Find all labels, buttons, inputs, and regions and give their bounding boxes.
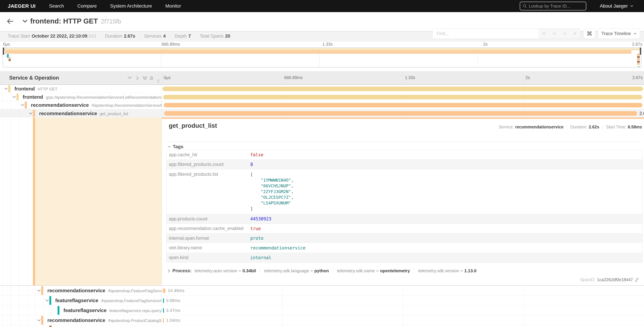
chevron-down-icon <box>634 32 636 34</box>
operation-name: featureflagservice.repo.query:fe… <box>109 308 162 313</box>
collapse-chevron-icon[interactable] <box>29 112 32 115</box>
collapse-chevron-icon[interactable] <box>37 319 41 322</box>
find-bar <box>432 28 580 39</box>
find-prev-chevron-up-icon[interactable] <box>552 31 557 36</box>
detail-tint-column <box>35 118 162 285</box>
indent-guide <box>2 306 2 315</box>
equals: = <box>238 268 241 274</box>
gridline <box>282 296 282 305</box>
span-duration-bar[interactable] <box>163 95 642 100</box>
command-icon: ⌘ <box>586 30 592 37</box>
equals: = <box>376 268 379 274</box>
span-duration-bar[interactable] <box>164 111 637 116</box>
tags-section-toggle[interactable]: Tags <box>168 144 183 150</box>
tag-value: 8 <box>250 160 642 169</box>
gridline <box>282 325 282 327</box>
back-arrow-button[interactable] <box>6 18 15 26</box>
about-jaeger-menu[interactable]: About Jaeger <box>600 0 633 12</box>
span-name-cell: frontendgrpc.hipstershop.RecommendationS… <box>0 93 162 101</box>
find-controls <box>538 28 580 38</box>
collapse-chevron-icon[interactable] <box>12 96 16 98</box>
divider <box>332 268 333 274</box>
span-duration-label: 2.62s <box>640 111 644 116</box>
span-row-partial[interactable] <box>0 325 644 327</box>
operation-name: /hipstershop.ProductCatalogSer… <box>108 318 162 323</box>
span-duration-bar[interactable] <box>162 86 643 91</box>
nav-compare[interactable]: Compare <box>78 3 97 9</box>
minimap-span-bar <box>638 66 640 67</box>
nav-search[interactable]: Search <box>49 3 64 9</box>
trace-id-lookup-input[interactable] <box>529 4 582 9</box>
copy-link-icon[interactable] <box>634 278 639 282</box>
span-duration-label: 3.47ms <box>166 308 180 313</box>
collapse-chevron-icon[interactable] <box>45 299 49 302</box>
operation-name: /hipstershop.FeatureFlagService/Ge… <box>101 298 162 303</box>
focus-target-icon[interactable] <box>541 31 547 36</box>
span-row[interactable]: frontendHTTP GET <box>0 85 644 93</box>
divider <box>602 125 603 129</box>
span-row[interactable]: recommendationservice/hipstershop.Produc… <box>0 316 644 325</box>
operation-name: HTTP GET <box>38 87 58 91</box>
service-value: recommendationservice <box>515 124 564 130</box>
span-row[interactable]: frontendgrpc.hipstershop.RecommendationS… <box>0 93 644 101</box>
keyboard-shortcuts-button[interactable]: ⌘ <box>584 28 596 39</box>
collapse-all-double-chevron-down-icon[interactable] <box>142 76 148 80</box>
trace-view-selector[interactable]: Trace Timeline <box>598 28 640 39</box>
detail-top-accent-strip <box>162 118 644 119</box>
list-item: "2ZYFJ3GM2N", <box>250 189 294 194</box>
collapse-chevron-icon[interactable] <box>4 88 8 90</box>
expand-all-double-chevron-right-icon[interactable] <box>150 76 154 80</box>
find-input[interactable] <box>432 28 538 38</box>
service-name: recommendationservice <box>39 110 97 116</box>
tick-label: 2s <box>526 75 530 80</box>
expand-one-chevron-right-icon[interactable] <box>136 76 141 80</box>
indent-guide <box>2 101 2 109</box>
span-duration-bar[interactable] <box>163 298 164 303</box>
span-duration-bar[interactable] <box>163 318 164 323</box>
collapse-chevron-icon[interactable] <box>21 104 24 106</box>
gridline <box>282 286 282 296</box>
span-row[interactable]: featureflagservice/hipstershop.FeatureFl… <box>0 296 644 306</box>
jaeger-logo[interactable]: JAEGER UI <box>8 3 36 9</box>
indent-guide <box>35 286 36 296</box>
indent-guide <box>27 316 27 325</box>
minimap-right-drag-handle[interactable] <box>640 48 641 55</box>
trace-minimap[interactable] <box>3 48 641 67</box>
trace-id-lookup[interactable] <box>520 2 586 10</box>
indent-guide <box>10 93 11 101</box>
span-duration-bar[interactable] <box>164 103 642 108</box>
process-section-toggle[interactable]: Process: telemetry.auto.version = 0.34b0… <box>168 268 476 274</box>
service-name: frontend <box>23 94 43 100</box>
span-row-selected[interactable]: recommendationserviceget_product_list 2.… <box>0 109 644 118</box>
find-next-chevron-down-icon[interactable] <box>562 31 568 36</box>
tag-row: span.kind internal <box>166 253 642 262</box>
minimap-left-drag-handle[interactable] <box>3 48 4 55</box>
span-duration-bar[interactable] <box>163 288 166 293</box>
indent-guide <box>19 109 19 118</box>
service-name: frontend <box>14 86 35 92</box>
service-name: recommendationservice <box>31 102 89 108</box>
indent-guide <box>44 325 44 327</box>
indent-guide <box>2 118 2 285</box>
indent-guide <box>19 296 19 305</box>
timeline-header-row: Service & Operation 0μs 666.89ms 1.33s 2… <box>0 71 644 85</box>
collapse-chevron-icon[interactable] <box>37 290 41 292</box>
minimap-tick-labels: 0μs 666.89ms 1.33s 2s 2.67s <box>0 42 644 47</box>
process-value: 0.34b0 <box>242 268 256 274</box>
tag-value: 44530923 <box>250 214 642 224</box>
minimap-span-bar <box>637 58 640 60</box>
tag-row: otel.library.name recommendationservice <box>166 243 642 253</box>
find-clear-x-icon[interactable] <box>572 31 578 36</box>
collapse-trace-chevron-icon[interactable] <box>22 19 28 24</box>
indent-guide <box>10 316 11 325</box>
span-row[interactable]: featureflagservicefeatureflagservice.rep… <box>0 306 644 316</box>
nav-monitor[interactable]: Monitor <box>165 3 181 9</box>
span-duration-bar[interactable] <box>163 308 164 313</box>
column-grip-handle[interactable] <box>158 79 160 83</box>
collapse-one-chevron-down-icon[interactable] <box>127 76 132 80</box>
indent-guide <box>2 296 2 305</box>
nav-system-architecture[interactable]: System Architecture <box>110 3 152 9</box>
span-row[interactable]: recommendationservice/hipstershop.Recomm… <box>0 101 644 109</box>
indent-guide <box>10 306 11 315</box>
span-row[interactable]: recommendationservice/hipstershop.Featur… <box>0 286 644 296</box>
